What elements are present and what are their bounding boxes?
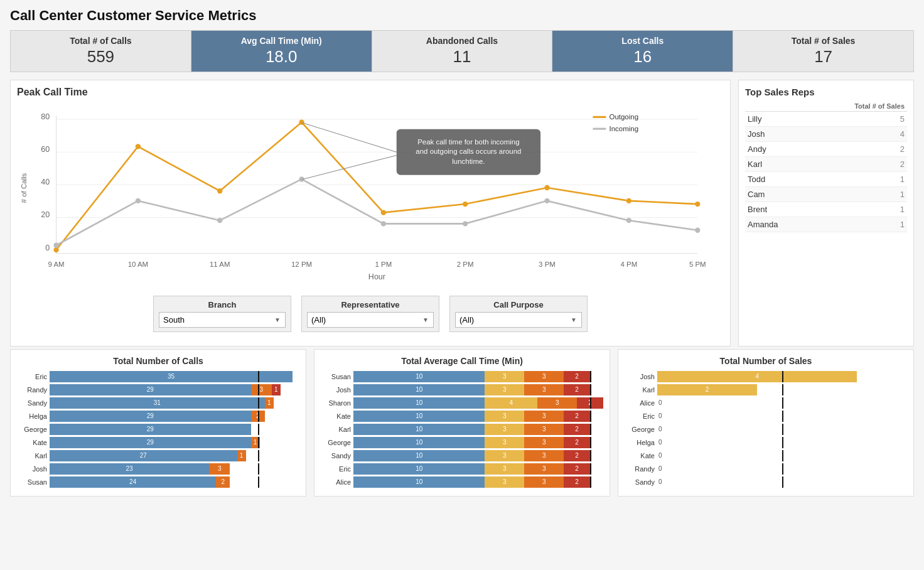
bar-name: Helga (17, 412, 50, 420)
bar-value: 0 (658, 478, 662, 485)
bar-orange: 1 (265, 397, 274, 409)
svg-point-37 (544, 198, 549, 203)
kpi-cell: Abandoned Calls11 (372, 31, 553, 72)
svg-text:lunchtime.: lunchtime. (452, 158, 485, 165)
bar-row: Randy 0 (625, 463, 907, 475)
bar-track: 10332 (353, 411, 603, 422)
rep-sales: 1 (808, 187, 907, 202)
bar-orange: 3 (524, 437, 564, 448)
svg-rect-48 (593, 128, 606, 130)
bar-track: 10332 (353, 450, 603, 461)
bar-red: 2 (564, 463, 590, 475)
top-sales-row: Josh4 (745, 127, 907, 142)
ref-line (258, 424, 259, 435)
avg-time-title: Total Average Call Time (Min) (321, 356, 603, 366)
bar-value: 0 (658, 412, 662, 419)
bar-name: Josh (625, 373, 657, 380)
bar-red: 2 (564, 424, 590, 435)
ref-line (590, 424, 591, 435)
bar-name: Alice (625, 399, 657, 407)
bar-value: 0 (658, 452, 662, 459)
bar-name: Karl (625, 386, 657, 394)
bar-blue: 10 (353, 463, 485, 475)
bar-row: Sandy 0 (625, 476, 907, 488)
rep-sales: 1 (808, 217, 907, 232)
bar-name: Josh (17, 465, 50, 473)
bar-orange: 1 (237, 450, 246, 461)
bar-row: Josh 10332 (321, 384, 603, 395)
bar-blue: 23 (50, 463, 209, 475)
line-chart-wrap: 80 60 40 20 0 # of Calls 9 AM 1 (17, 103, 724, 288)
bar-red: 2 (564, 476, 590, 488)
bar-track: 4 (657, 371, 907, 382)
bar-name: Susan (17, 478, 50, 486)
bar-track: 10332 (353, 371, 603, 382)
bar-blue: 10 (353, 437, 485, 448)
total-sales-bar-area: Josh 4 Karl 2 Alice 0 Eric 0 George 0 He… (625, 371, 907, 488)
bar-track: 271 (50, 450, 299, 461)
bar-blue: 31 (50, 397, 265, 409)
filter-select[interactable]: (All)SouthNorthEastWest (159, 312, 286, 328)
bar-row: Eric 10332 (321, 463, 603, 475)
rep-name: Josh (745, 127, 808, 142)
svg-point-35 (381, 221, 386, 226)
bar-red: 1 (272, 384, 281, 395)
ref-line (590, 476, 591, 488)
rep-name: Karl (745, 157, 808, 172)
bar-row: Josh 233 (17, 463, 299, 475)
bar-name: Alice (321, 478, 353, 486)
svg-text:Outgoing: Outgoing (610, 113, 638, 121)
bar-row: Kate 10332 (321, 411, 603, 422)
bar-row: Alice 0 (625, 397, 907, 409)
bar-blue: 10 (353, 424, 485, 435)
rep-name: Andy (745, 142, 808, 157)
bar-blue: 29 (50, 437, 251, 448)
bar-blue: 24 (50, 476, 216, 488)
bar-yellow: 3 (485, 384, 524, 395)
svg-text:2 PM: 2 PM (457, 261, 474, 268)
filter-select[interactable]: (All) (307, 312, 434, 328)
top-sales-title: Top Sales Reps (745, 87, 907, 97)
svg-text:20: 20 (41, 210, 50, 219)
ref-line (258, 411, 259, 422)
svg-text:60: 60 (41, 145, 50, 154)
ref-line (782, 424, 783, 435)
bar-track: 0 (657, 476, 907, 488)
ref-line (782, 476, 783, 488)
bar-track: 35 (50, 371, 299, 382)
svg-point-33 (217, 218, 222, 223)
filters-row: Branch(All)SouthNorthEastWestRepresentat… (17, 288, 724, 340)
svg-point-22 (53, 247, 58, 252)
bar-orange: 3 (524, 463, 564, 475)
kpi-cell: Lost Calls16 (552, 31, 733, 72)
rep-sales: 4 (808, 127, 907, 142)
svg-text:Hour: Hour (368, 272, 385, 281)
bar-row: Eric 35 (17, 371, 299, 382)
bar-red: 2 (564, 371, 590, 382)
bar-track: 10332 (353, 384, 603, 395)
top-sales-row: Todd1 (745, 172, 907, 187)
filter-label: Representative (307, 300, 434, 309)
bar-name: George (321, 439, 353, 446)
ref-line (590, 384, 591, 395)
top-sales-row: Karl2 (745, 157, 907, 172)
bar-orange: 3 (524, 424, 564, 435)
bar-track: 10432 (353, 397, 603, 409)
ref-line (590, 411, 591, 422)
bar-orange: 3 (251, 384, 272, 395)
bar-name: Karl (17, 452, 50, 460)
bar-name: Sandy (321, 452, 353, 460)
kpi-label: Total # of Sales (736, 36, 911, 46)
bar-name: Josh (321, 386, 353, 394)
top-sales-row: Cam1 (745, 187, 907, 202)
svg-point-27 (463, 202, 468, 207)
ref-line (782, 384, 783, 395)
select-wrap: (All) (455, 312, 582, 328)
bar-name: Randy (17, 386, 50, 394)
ref-line (258, 450, 259, 461)
svg-point-32 (136, 198, 141, 203)
bar-row: Karl 2 (625, 384, 907, 395)
filter-select[interactable]: (All) (455, 312, 582, 328)
svg-text:40: 40 (41, 178, 50, 186)
bar-row: Eric 0 (625, 411, 907, 422)
